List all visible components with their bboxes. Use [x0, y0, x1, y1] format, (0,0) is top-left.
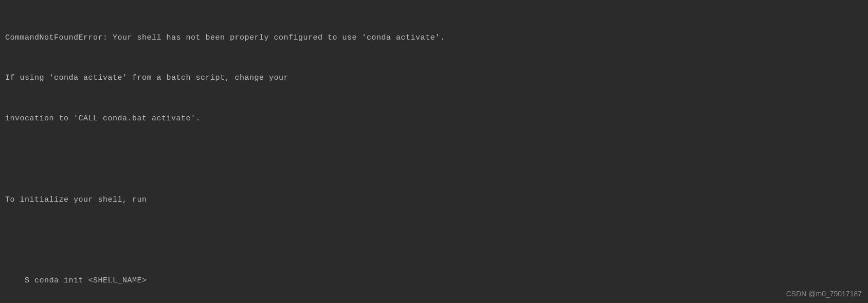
error-line-3: invocation to 'CALL conda.bat activate'.	[5, 112, 863, 126]
error-line-1: CommandNotFoundError: Your shell has not…	[5, 31, 863, 45]
error-line-2: If using 'conda activate' from a batch s…	[5, 72, 863, 85]
csdn-watermark: CSDN @m0_75017187	[786, 288, 862, 300]
blank-line	[5, 234, 863, 247]
init-command: $ conda init <SHELL_NAME>	[5, 274, 863, 288]
init-instruction: To initialize your shell, run	[5, 193, 863, 207]
blank-line	[5, 153, 863, 166]
terminal-output: CommandNotFoundError: Your shell has not…	[5, 4, 863, 303]
